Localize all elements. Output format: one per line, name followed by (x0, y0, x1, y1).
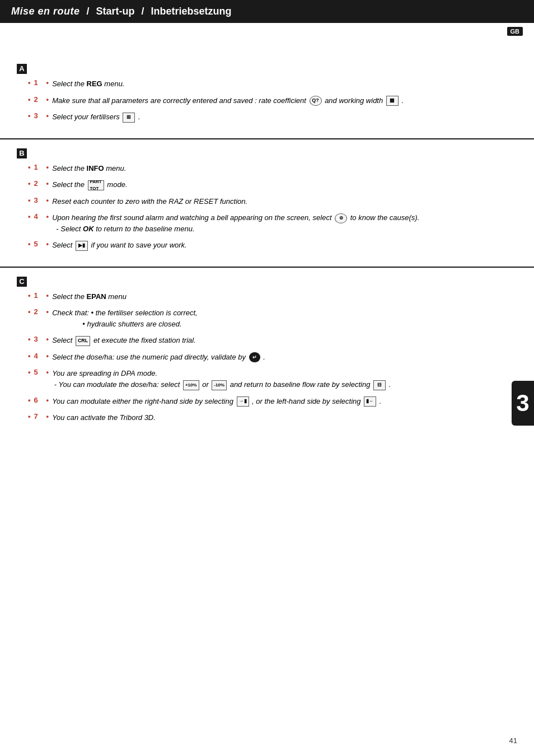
list-item: • 7 • You can activate the Tribord 3D. (28, 412, 517, 423)
item-text: Select your fertilisers ⊞ . (52, 111, 517, 123)
fertilisers-icon: ⊞ (123, 113, 135, 123)
item-dot2: • (46, 352, 49, 360)
item-dot2: • (46, 111, 49, 120)
item-dot2: • (46, 78, 49, 87)
section-c: C • 1 • Select the EPAN menu • 2 • Check… (0, 267, 534, 439)
item-number: 2 (34, 307, 46, 316)
item-dot: • (28, 163, 31, 171)
item-dot2: • (46, 335, 49, 343)
item-text: Upon hearing the first sound alarm and w… (52, 212, 517, 234)
list-item: • 1 • Select the EPAN menu (28, 291, 517, 302)
item-text: Select the dose/ha: use the numeric pad … (52, 352, 517, 363)
item-text: Select the REG menu. (52, 78, 517, 90)
item-text: Select the PARTTOT mode. (52, 179, 517, 190)
item-number: 1 (34, 78, 46, 87)
section-a-label: A (17, 64, 27, 74)
item-text: Make sure that all parameters are correc… (52, 95, 517, 106)
item-dot: • (28, 240, 31, 248)
item-dot: • (28, 196, 31, 204)
item-dot2: • (46, 95, 49, 104)
item-number: 4 (34, 212, 46, 221)
section-a-list: • 1 • Select the REG menu. • 2 • Make su… (28, 78, 517, 123)
section-c-label: C (17, 277, 27, 287)
list-item: • 5 • You are spreading in DPA mode. - Y… (28, 368, 517, 390)
working-width-icon: ▦ (386, 96, 399, 106)
item-number: 4 (34, 352, 46, 360)
section-b-label: B (17, 148, 27, 158)
list-item: • 2 • Make sure that all parameters are … (28, 95, 517, 106)
item-text: Select the INFO menu. (52, 163, 517, 174)
list-item: • 3 • Reset each counter to zero with th… (28, 196, 517, 207)
item-dot: • (28, 291, 31, 300)
list-item: • 1 • Select the REG menu. (28, 78, 517, 90)
item-number: 6 (34, 396, 46, 404)
item-number: 5 (34, 368, 46, 376)
plus10-icon: +10% (183, 380, 199, 390)
right-side-icon: →▮ (237, 396, 249, 407)
item-dot: • (28, 368, 31, 376)
item-number: 7 (34, 412, 46, 421)
alarm-icon: ⚙ (335, 213, 347, 223)
item-dot: • (28, 335, 31, 343)
header-sep2: / (142, 6, 144, 17)
header-title-german: Inbetriebsetzung (151, 6, 232, 17)
item-dot2: • (46, 396, 49, 404)
item-dot2: • (46, 179, 49, 188)
item-dot2: • (46, 412, 49, 421)
item-number: 3 (34, 335, 46, 343)
item-dot2: • (46, 307, 49, 316)
item-number: 3 (34, 111, 46, 120)
section-b: B • 1 • Select the INFO menu. • 2 • Sele… (0, 138, 534, 267)
list-item: • 1 • Select the INFO menu. (28, 163, 517, 174)
item-text: Select the EPAN menu (52, 291, 517, 302)
header-title-startup: Start-up (96, 6, 135, 17)
item-text: You can modulate either the right-hand s… (52, 396, 517, 407)
item-dot2: • (46, 240, 49, 248)
item-dot: • (28, 396, 31, 404)
save-icon: ▶▮ (76, 241, 88, 251)
section-c-list: • 1 • Select the EPAN menu • 2 • Check t… (28, 291, 517, 423)
left-side-icon: ▮← (364, 396, 376, 407)
list-item: • 3 • Select your fertilisers ⊞ . (28, 111, 517, 123)
header-sep1: / (87, 6, 90, 17)
list-item: • 4 • Select the dose/ha: use the numeri… (28, 352, 517, 363)
list-item: • 5 • Select ▶▮ if you want to save your… (28, 240, 517, 251)
minus10-icon: -10% (212, 380, 227, 390)
item-number: 3 (34, 196, 46, 204)
page-header: Mise en route / Start-up / Inbetriebsetz… (0, 0, 534, 23)
item-text: Select ▶▮ if you want to save your work. (52, 240, 517, 251)
item-dot: • (28, 212, 31, 221)
item-number: 2 (34, 95, 46, 104)
item-number: 2 (34, 179, 46, 188)
item-dot2: • (46, 368, 49, 376)
validate-icon: ↵ (249, 352, 260, 362)
list-item: • 2 • Select the PARTTOT mode. (28, 179, 517, 190)
item-number: 5 (34, 240, 46, 248)
gb-badge: GB (507, 27, 523, 36)
item-dot2: • (46, 196, 49, 204)
item-dot: • (28, 307, 31, 316)
item-text: Check that: • the fertiliser selection i… (52, 307, 517, 329)
rate-coefficient-icon: Q? (310, 96, 322, 106)
list-item: • 6 • You can modulate either the right-… (28, 396, 517, 407)
section-b-list: • 1 • Select the INFO menu. • 2 • Select… (28, 163, 517, 251)
item-text: Select CRL et execute the fixed station … (52, 335, 517, 346)
item-dot: • (28, 111, 31, 120)
page-tab: 3 (512, 381, 534, 426)
item-dot: • (28, 179, 31, 188)
baseline-icon: ⊟ (373, 380, 386, 390)
page-number: 41 (509, 736, 517, 745)
crl-icon: CRL (76, 336, 91, 346)
part-mode-icon: PARTTOT (88, 180, 104, 190)
list-item: • 2 • Check that: • the fertiliser selec… (28, 307, 517, 329)
item-dot2: • (46, 291, 49, 300)
item-dot: • (28, 412, 31, 421)
item-dot2: • (46, 212, 49, 221)
item-dot: • (28, 95, 31, 104)
item-number: 1 (34, 291, 46, 300)
item-text: You can activate the Tribord 3D. (52, 412, 517, 423)
item-text: Reset each counter to zero with the RAZ … (52, 196, 517, 207)
item-dot2: • (46, 163, 49, 171)
item-dot: • (28, 78, 31, 87)
header-title-italic: Mise en route (11, 6, 80, 17)
